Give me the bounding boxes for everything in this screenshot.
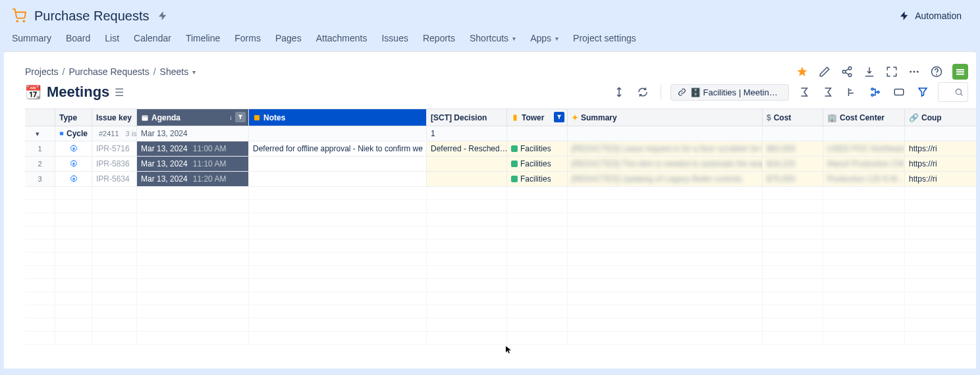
col-agenda[interactable]: Agenda ↓: [137, 109, 249, 126]
tower-cell[interactable]: Facilities: [507, 172, 568, 187]
hierarchy-button[interactable]: [843, 84, 860, 101]
coupa-cell[interactable]: https://ri: [905, 157, 976, 172]
tab-shortcuts[interactable]: Shortcuts▾: [470, 32, 516, 45]
app-badge[interactable]: [952, 64, 968, 80]
tab-project-settings[interactable]: Project settings: [573, 32, 636, 45]
filter-list-icon[interactable]: ☰: [115, 86, 124, 99]
svg-point-11: [871, 94, 873, 96]
share-button[interactable]: [840, 65, 854, 78]
group-decision-cell: 1: [427, 126, 507, 141]
fullscreen-button[interactable]: [885, 65, 898, 78]
tab-summary[interactable]: Summary: [12, 32, 51, 45]
breadcrumb-project[interactable]: Purchase Requests: [68, 66, 149, 77]
cost-center-cell[interactable]: Production 125 N M…: [823, 172, 905, 187]
building-red-icon: 🏢: [827, 113, 837, 122]
tab-apps[interactable]: Apps▾: [530, 32, 558, 45]
view-selector[interactable]: 🗄️ Facilities | Meeting | …: [670, 84, 789, 101]
issue-key-cell[interactable]: IPR-5836: [92, 157, 137, 172]
export-button[interactable]: [863, 65, 876, 78]
card-view-button[interactable]: [890, 84, 908, 101]
automation-button[interactable]: Automation: [892, 7, 968, 25]
filter-active-icon[interactable]: [235, 112, 246, 122]
tab-board[interactable]: Board: [66, 32, 90, 45]
empty-grid-area[interactable]: [25, 187, 976, 345]
decision-cell[interactable]: Deferred - Resched…: [427, 141, 507, 157]
col-coupa[interactable]: 🔗 Coup: [905, 109, 976, 126]
issue-key-cell[interactable]: IPR-5716: [92, 141, 137, 157]
col-summary[interactable]: ✦ Summary: [568, 109, 763, 126]
col-type[interactable]: Type: [55, 109, 92, 126]
col-notes[interactable]: Notes: [249, 109, 427, 126]
filter-active-icon[interactable]: [554, 112, 564, 122]
cycle-icon: [59, 129, 64, 138]
type-cell[interactable]: [55, 157, 92, 172]
summary-cell[interactable]: [REDACTED] Updating of Legacy Boiler con…: [568, 172, 763, 187]
agenda-cell[interactable]: Mar 13, 202411:20 AM: [137, 172, 249, 187]
summary-cell[interactable]: [REDACTED] This item is needed to automa…: [568, 157, 763, 172]
tab-forms[interactable]: Forms: [234, 32, 261, 45]
summary-cell[interactable]: [REDACTED] Lease request is for a floor …: [568, 141, 763, 157]
cost-cell[interactable]: $63,000: [763, 141, 823, 157]
more-button[interactable]: [908, 65, 921, 78]
group-toggle[interactable]: ▾: [25, 126, 55, 141]
search-input[interactable]: [938, 82, 968, 102]
svg-rect-18: [60, 132, 63, 135]
lightning-icon[interactable]: [157, 11, 168, 21]
row-height-button[interactable]: [611, 84, 628, 101]
cost-center-cell[interactable]: Manuf Production CW: [823, 157, 905, 172]
col-tower[interactable]: Tower: [507, 109, 568, 126]
svg-point-14: [956, 89, 961, 94]
svg-point-12: [877, 91, 879, 93]
issue-key-cell[interactable]: IPR-5634: [92, 172, 137, 187]
cost-cell[interactable]: $75,000: [763, 172, 823, 187]
tab-pages[interactable]: Pages: [275, 32, 302, 45]
help-button[interactable]: [930, 65, 943, 78]
link-icon: [678, 88, 686, 97]
col-cost-center[interactable]: 🏢 Cost Center: [823, 109, 905, 126]
building-icon: [511, 114, 519, 122]
tab-issues[interactable]: Issues: [381, 32, 408, 45]
breadcrumb-projects[interactable]: Projects: [25, 66, 59, 77]
filter-button[interactable]: [914, 84, 931, 101]
tab-reports[interactable]: Reports: [423, 32, 455, 45]
cost-center-cell[interactable]: USED POC Northeast: [823, 141, 905, 157]
coupa-cell[interactable]: https://ri: [905, 172, 976, 187]
svg-point-0: [16, 20, 18, 22]
tab-timeline[interactable]: Timeline: [186, 32, 220, 45]
col-issue-key[interactable]: Issue key: [92, 109, 137, 126]
tree-button[interactable]: [867, 84, 884, 101]
edit-button[interactable]: [818, 65, 831, 78]
col-decision[interactable]: [SCT] Decision: [427, 109, 507, 126]
breadcrumb: Projects / Purchase Requests / Sheets ▾: [25, 66, 196, 77]
view-chip-label: 🗄️ Facilities | Meeting | …: [690, 88, 782, 97]
content-panel: Projects / Purchase Requests / Sheets ▾ …: [4, 51, 976, 368]
row-num: 2: [25, 157, 55, 172]
type-cell[interactable]: [55, 172, 92, 187]
refresh-button[interactable]: [634, 84, 651, 101]
tab-list[interactable]: List: [105, 32, 119, 45]
agenda-cell[interactable]: Mar 13, 202411:10 AM: [137, 157, 249, 172]
tab-attachments[interactable]: Attachments: [316, 32, 368, 45]
chevron-down-icon[interactable]: ▾: [192, 68, 196, 76]
sort-desc-icon: ↓: [229, 114, 232, 121]
star-button[interactable]: [796, 65, 809, 78]
sigma-down-button[interactable]: [819, 84, 836, 101]
notes-cell[interactable]: [249, 172, 427, 187]
cost-cell[interactable]: $19,225: [763, 157, 823, 172]
agenda-cell[interactable]: Mar 13, 202411:00 AM: [137, 141, 249, 157]
svg-rect-15: [142, 115, 148, 120]
notes-cell[interactable]: [249, 157, 427, 172]
breadcrumb-sheets[interactable]: Sheets: [160, 66, 189, 77]
col-cost[interactable]: $ Cost: [763, 109, 823, 126]
svg-point-23: [72, 178, 75, 180]
sigma-up-button[interactable]: [796, 84, 813, 101]
coupa-cell[interactable]: https://ri: [905, 141, 976, 157]
notes-cell[interactable]: Deferred for offline approval - Niek to …: [249, 141, 427, 157]
decision-cell[interactable]: [427, 157, 507, 172]
type-cell[interactable]: [55, 141, 92, 157]
tower-cell[interactable]: Facilities: [507, 141, 568, 157]
tower-cell[interactable]: Facilities: [507, 157, 568, 172]
svg-point-6: [913, 71, 915, 73]
decision-cell[interactable]: [427, 172, 507, 187]
tab-calendar[interactable]: Calendar: [134, 32, 171, 45]
